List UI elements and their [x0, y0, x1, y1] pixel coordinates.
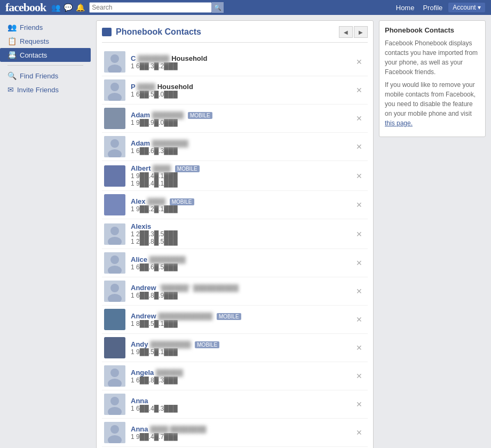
contact-firstname: Andrew	[131, 312, 156, 320]
contact-phone: 1 9██.2█.1███	[131, 205, 347, 213]
contact-row: Adam ███████ MOBILE 1 9██.9█.0███ ✕	[102, 105, 368, 133]
contact-phone: 1 6██.6█.3███	[131, 147, 347, 155]
friends-icon: 👥	[7, 23, 17, 31]
contact-info: Alice ████████ 1 6██.6█.5███	[131, 255, 347, 271]
contact-row: Andrew "██████" ██████████ 1 6██.8█.9███…	[102, 277, 368, 306]
contact-phone: 1 9██.4█.7███	[131, 433, 347, 441]
contact-avatar	[104, 422, 125, 443]
contact-name: Andy █████████ MOBILE	[131, 340, 347, 348]
contact-phone: 1 6██.8█.9███	[131, 292, 347, 299]
remove-contact-button[interactable]: ✕	[353, 141, 366, 152]
search-input[interactable]	[89, 2, 212, 13]
next-arrow[interactable]: ▶	[354, 26, 368, 38]
remove-contact-button[interactable]: ✕	[353, 171, 366, 181]
contact-avatar	[104, 108, 125, 129]
svg-point-16	[110, 284, 119, 292]
search-button[interactable]: 🔍	[212, 2, 224, 13]
contact-firstname: Andy	[131, 340, 148, 348]
contact-avatar	[104, 79, 125, 101]
nav-icons: 👥 💬 🔔	[51, 3, 85, 12]
remove-contact-button[interactable]: ✕	[353, 286, 366, 297]
profile-link[interactable]: Profile	[419, 3, 446, 13]
contact-name: Anna	[131, 397, 347, 405]
prev-arrow[interactable]: ◀	[339, 26, 353, 38]
sidebar-item-find-friends[interactable]: 🔍 Find Friends	[0, 69, 91, 83]
svg-point-22	[110, 397, 119, 405]
contact-info: Andy █████████ MOBILE 1 9██.5█.1███	[131, 340, 347, 356]
sidebar-item-friends[interactable]: 👥 Friends	[0, 20, 91, 34]
remove-contact-button[interactable]: ✕	[353, 199, 366, 210]
contact-info: C ███████ Household 1 6██.3█.2███	[131, 54, 347, 70]
contact-phone: 1 9██.4█.1███	[131, 172, 347, 180]
contact-phone2: 1 9██.4█.1███	[131, 180, 347, 187]
sidebar-item-invite-friends[interactable]: ✉ Invite Friends	[0, 83, 91, 97]
remove-contact-button[interactable]: ✕	[353, 314, 366, 325]
contact-info: P ████ Household 1 6██.5█.0███	[131, 83, 347, 98]
contact-avatar	[104, 51, 125, 73]
contact-row: Alex ████ MOBILE 1 9██.2█.1███ ✕	[102, 191, 368, 219]
this-page-link[interactable]: this page.	[385, 119, 413, 127]
remove-contact-button[interactable]: ✕	[353, 427, 366, 438]
contact-phone: 1 6██.8█.3███	[131, 377, 347, 384]
contact-firstname: Alex	[131, 197, 145, 205]
contact-avatar	[104, 252, 125, 274]
svg-point-19	[110, 369, 119, 377]
contact-phone: 1 6██.3█.2███	[131, 62, 347, 70]
main-layout: 👥 Friends 📋 Requests 📇 Contacts 🔍 Find F…	[0, 15, 491, 448]
remove-contact-button[interactable]: ✕	[353, 113, 366, 124]
info-box: Phonebook Contacts Facebook Phonebook di…	[379, 20, 486, 137]
friends-icon[interactable]: 👥	[51, 3, 60, 12]
contact-name: Alice ████████	[131, 255, 347, 263]
contact-name: Adam ████████	[131, 139, 347, 147]
contact-name: Angela ██████	[131, 369, 347, 377]
contact-avatar	[104, 165, 125, 187]
contact-phone2: 1 2██.8█.5███	[131, 238, 347, 245]
remove-contact-button[interactable]: ✕	[353, 258, 366, 268]
remove-contact-button[interactable]: ✕	[353, 229, 366, 239]
contact-avatar	[104, 365, 125, 387]
remove-contact-button[interactable]: ✕	[353, 85, 366, 95]
contact-info: Andrew ████████████ MOBILE 1 8██.5█.1███	[131, 312, 347, 327]
top-navigation: facebook 👥 💬 🔔 🔍 Home Profile Account ▾	[0, 0, 491, 15]
contact-avatar	[104, 337, 125, 358]
contact-firstname: Anna	[131, 397, 148, 405]
right-nav: Home Profile Account ▾	[393, 2, 486, 13]
contact-name: Alexis	[131, 222, 347, 230]
remove-contact-button[interactable]: ✕	[353, 371, 366, 381]
svg-point-25	[110, 425, 119, 434]
contact-phone: 1 6██.5█.0███	[131, 91, 347, 98]
contact-info: Andrew "██████" ██████████ 1 6██.8█.9███	[131, 284, 347, 299]
remove-contact-button[interactable]: ✕	[353, 399, 366, 410]
remove-contact-button[interactable]: ✕	[353, 57, 366, 67]
home-link[interactable]: Home	[393, 3, 418, 13]
sidebar: 👥 Friends 📋 Requests 📇 Contacts 🔍 Find F…	[0, 15, 91, 448]
remove-contact-button[interactable]: ✕	[353, 342, 366, 353]
contact-avatar	[104, 223, 125, 245]
contact-info: Alexis 1 2██.3█.5███ 1 2██.8█.5███	[131, 222, 347, 245]
sidebar-item-requests[interactable]: 📋 Requests	[0, 34, 91, 48]
contact-row: Andrew ████████████ MOBILE 1 8██.5█.1███…	[102, 306, 368, 334]
svg-point-4	[110, 83, 119, 91]
phonebook-title: Phonebook Contacts	[102, 27, 201, 37]
right-panel: Phonebook Contacts Facebook Phonebook di…	[379, 20, 486, 448]
contact-name: Adam ███████ MOBILE	[131, 111, 347, 119]
contact-firstname: Albert	[131, 164, 151, 172]
sidebar-divider	[7, 65, 83, 66]
main-content: Phonebook Contacts ◀ ▶ C ███████ Househo…	[91, 15, 491, 448]
contact-firstname: P	[131, 83, 135, 91]
contact-phone: 1 6██.6█.5███	[131, 263, 347, 271]
contact-row: P ████ Household 1 6██.5█.0███ ✕	[102, 76, 368, 105]
messages-icon[interactable]: 💬	[64, 3, 73, 12]
sidebar-item-contacts[interactable]: 📇 Contacts	[0, 48, 91, 62]
svg-point-10	[110, 227, 119, 235]
phonebook-book-icon	[102, 28, 112, 36]
contact-firstname: Adam	[131, 111, 150, 119]
contact-avatar	[104, 136, 125, 157]
svg-point-1	[110, 54, 119, 63]
account-button[interactable]: Account ▾	[448, 2, 486, 13]
contact-firstname: Alexis	[131, 222, 151, 230]
find-friends-icon: 🔍	[7, 71, 17, 80]
contact-firstname: Andrew	[131, 284, 156, 292]
contact-info: Alex ████ MOBILE 1 9██.2█.1███	[131, 197, 347, 213]
notifications-icon[interactable]: 🔔	[76, 3, 85, 12]
